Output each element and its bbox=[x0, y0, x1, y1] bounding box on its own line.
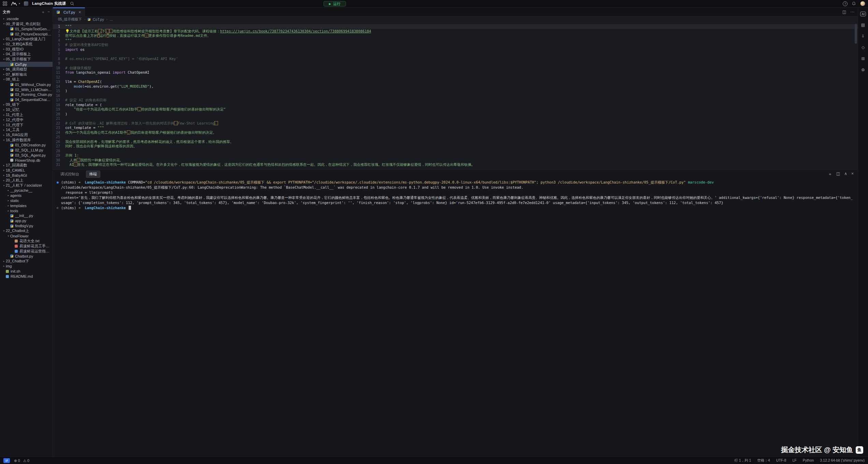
tree-folder[interactable]: ▸07_解析输出 bbox=[0, 72, 53, 77]
breadcrumb-item[interactable]: ... bbox=[110, 17, 113, 21]
code-line-content: 💡文件是【提示工程（下）：用思维链和思维树提升模型思考质量】章节的配套代码。课程… bbox=[65, 29, 858, 34]
tree-folder[interactable]: ▸02_文档QA系统 bbox=[0, 42, 53, 47]
new-file-icon[interactable]: ＋ bbox=[41, 10, 45, 15]
tab-close-icon[interactable]: × bbox=[78, 10, 81, 15]
tree-file[interactable]: 01_DBCreation.py bbox=[0, 143, 53, 148]
tab-cot-py[interactable]: CoT.py × bbox=[53, 8, 85, 16]
tree-folder[interactable]: ▸17_回调函数 bbox=[0, 163, 53, 168]
tree-file[interactable]: 易速鲜花运营指南.docx bbox=[0, 249, 53, 254]
tree-folder[interactable]: ▾08_链上 bbox=[0, 77, 53, 82]
tree-folder[interactable]: ▸13_代理下 bbox=[0, 122, 53, 128]
tree-folder[interactable]: ▸11_代理上 bbox=[0, 112, 53, 117]
tree-folder[interactable]: ▾00_开篇词_奇点时刻 bbox=[0, 21, 53, 27]
panel-tab-debug-console[interactable]: 调试控制台 bbox=[57, 171, 83, 178]
problems-indicator[interactable]: ⊗ 0 ⚠ 0 bbox=[14, 459, 29, 463]
tree-folder[interactable]: ▸tools bbox=[0, 208, 53, 213]
tree-file[interactable]: 04_SequentialChain.py bbox=[0, 97, 53, 102]
close-panel-icon[interactable]: × bbox=[851, 171, 854, 177]
tree-file[interactable]: Chatbot.py bbox=[0, 253, 53, 259]
tree-file[interactable]: 02_SQL_LLM.py bbox=[0, 148, 53, 153]
tree-folder[interactable]: ▸03_模型IO bbox=[0, 47, 53, 52]
tree-folder[interactable]: ▸09_链下 bbox=[0, 102, 53, 107]
tree-folder[interactable]: ▸04_提示模板上 bbox=[0, 52, 53, 57]
marscode-logo-icon[interactable] bbox=[11, 2, 17, 6]
tree-file[interactable]: 花语大全.txt bbox=[0, 238, 53, 244]
tree-folder[interactable]: ▾05_提示模板下 bbox=[0, 57, 53, 62]
tree-folder[interactable]: ▸__pycache__ bbox=[0, 188, 53, 193]
tree-file[interactable]: findbigV.py bbox=[0, 223, 53, 229]
breadcrumb-item[interactable]: 05_提示模板下 bbox=[58, 17, 82, 22]
tree-folder[interactable]: ▸.vscode bbox=[0, 16, 53, 21]
tree-folder[interactable]: ▸agents bbox=[0, 193, 53, 198]
tree-file[interactable]: 01_Without_Chain.py bbox=[0, 82, 53, 87]
tree-folder[interactable]: ▾16_操作数据库 bbox=[0, 137, 53, 143]
tree-folder[interactable]: ▸20_人机上 bbox=[0, 178, 53, 183]
tree-file[interactable]: CoT.py bbox=[0, 62, 53, 67]
tree-folder[interactable]: ▸06_调用模型 bbox=[0, 67, 53, 72]
status-item[interactable]: 3.12.2 64-bit ('shims':pyenv) bbox=[820, 458, 865, 463]
tree-folder[interactable]: ▸01_LangChain快速入门 bbox=[0, 37, 53, 42]
tree-folder[interactable]: ▸12_代理中 bbox=[0, 117, 53, 122]
status-item[interactable]: Python bbox=[803, 458, 814, 463]
status-item[interactable]: LF bbox=[792, 458, 796, 463]
tree-folder[interactable]: ▸10_记忆 bbox=[0, 107, 53, 112]
tree-folder[interactable]: ▾22_Chatbot上 bbox=[0, 228, 53, 233]
tree-folder[interactable]: ▾OneFlower bbox=[0, 233, 53, 238]
tree-item-label: 08_链上 bbox=[6, 77, 19, 82]
tree-folder[interactable]: ▸img bbox=[0, 264, 53, 269]
tree-file[interactable]: 03_SQL_Agent.py bbox=[0, 153, 53, 158]
more-actions-icon[interactable]: ⋯ bbox=[850, 10, 854, 14]
terminal[interactable]: (shims) ➜ LangChain-shizhanke COMMAND="c… bbox=[53, 178, 858, 211]
tree-file[interactable]: 03_Running_Chain.py bbox=[0, 92, 53, 97]
test-icon[interactable]: ◇ bbox=[860, 45, 866, 50]
help-icon[interactable]: ? bbox=[843, 1, 848, 6]
tree-file[interactable]: __init__.py bbox=[0, 213, 53, 218]
tree-folder[interactable]: ▸14_工具 bbox=[0, 128, 53, 133]
apps-icon[interactable]: ⊞ bbox=[860, 56, 866, 61]
run-button[interactable]: ▶ 运行 bbox=[323, 1, 346, 6]
tree-folder[interactable]: ▸18_CAMEL bbox=[0, 168, 53, 173]
status-item[interactable]: 空格：4 bbox=[757, 458, 770, 463]
search-icon[interactable] bbox=[70, 1, 74, 6]
tree-file[interactable]: init.sh bbox=[0, 269, 53, 274]
notifications-bell-icon[interactable] bbox=[852, 1, 856, 6]
split-terminal-icon[interactable]: ◫ bbox=[836, 171, 840, 177]
tree-folder[interactable]: ▸templates bbox=[0, 203, 53, 208]
ai-assistant-icon[interactable]: AI bbox=[860, 12, 866, 16]
editor-scrollbar[interactable] bbox=[855, 24, 857, 44]
tree-folder[interactable]: ▸15_RAG应用 bbox=[0, 132, 53, 137]
tree-file[interactable]: 易速鲜花员工手册.pdf bbox=[0, 244, 53, 249]
workspace-chevron-icon[interactable]: ▾ bbox=[19, 2, 20, 5]
status-item[interactable]: UTF-8 bbox=[776, 458, 786, 463]
user-avatar[interactable] bbox=[860, 1, 865, 6]
code-line-content: AI：首先，我理解你正在寻找一种可以象征爱情的花。在许多文化中，红玫瑰被视为爱情… bbox=[65, 162, 858, 167]
tree-folder[interactable]: ▸23_Chatbot下 bbox=[0, 259, 53, 264]
tree-folder[interactable]: ▾21_人机下 / socializer bbox=[0, 183, 53, 188]
pdf-file-icon bbox=[15, 245, 18, 248]
tree-file[interactable]: FlowerShop.db bbox=[0, 158, 53, 163]
tree-file[interactable]: 01_SimpleTextGeneration.py bbox=[0, 27, 53, 32]
tree-file[interactable]: app.py bbox=[0, 218, 53, 223]
split-editor-icon[interactable]: ◫ bbox=[842, 10, 846, 14]
tree-item-label: 07_解析输出 bbox=[6, 72, 27, 77]
status-item[interactable]: 行 1，列 1 bbox=[734, 458, 751, 463]
tree-file[interactable]: 02_PictureDescription.py bbox=[0, 31, 53, 37]
code-editor[interactable]: 1"""2💡文件是【提示工程（下）：用思维链和思维树提升模型思考质量】章节的配套… bbox=[53, 23, 858, 169]
tree-folder[interactable]: ▸19_BabyAGI bbox=[0, 173, 53, 178]
line-number: 28 bbox=[53, 149, 65, 154]
maximize-panel-icon[interactable]: ∧ bbox=[844, 171, 847, 177]
install-icon[interactable]: ⇩ bbox=[860, 33, 866, 39]
docs-icon[interactable]: ▤ bbox=[860, 22, 866, 28]
menu-grid-icon[interactable] bbox=[3, 1, 7, 6]
breadcrumb-item[interactable]: CoT.py bbox=[93, 17, 104, 21]
tree-folder[interactable]: ▸static bbox=[0, 198, 53, 203]
remote-indicator-icon[interactable]: ⇄ bbox=[3, 458, 10, 463]
settings-icon[interactable]: ⚙ bbox=[860, 67, 866, 73]
tree-file[interactable]: 02_With_LLMChain.py bbox=[0, 87, 53, 92]
collapse-folders-icon[interactable]: − bbox=[48, 10, 50, 15]
new-terminal-icon[interactable]: ＋ bbox=[828, 171, 832, 177]
tree-file[interactable]: README.md bbox=[0, 274, 53, 279]
terminal-cursor bbox=[129, 206, 131, 210]
tree-item-label: 09_链下 bbox=[6, 102, 19, 107]
panel-tab-terminal[interactable]: 终端 bbox=[86, 171, 100, 178]
